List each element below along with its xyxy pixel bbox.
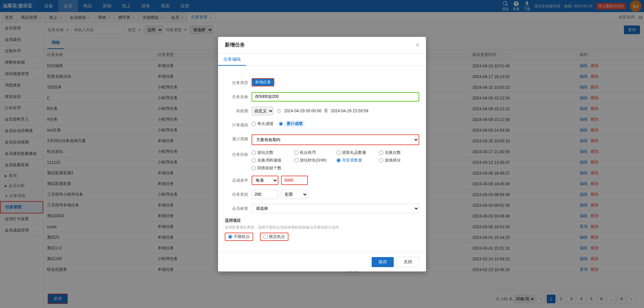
- target-play-times[interactable]: 游玩次数: [252, 150, 292, 156]
- modal-overlay: 新增任务 × 任务编辑 任务类型 本地任务 任务名称 有效期: [0, 0, 644, 308]
- member-tag-label: 会员标签: [225, 204, 252, 213]
- target-grab-gift[interactable]: 抓取礼品数量: [336, 150, 377, 156]
- task-name-content: [252, 92, 419, 102]
- member-tag-select[interactable]: 请选择: [252, 204, 419, 213]
- calc-rule-content: 单次成绩 累计成绩: [252, 120, 419, 127]
- target-store-tickets[interactable]: 存彩票数量: [336, 158, 377, 163]
- task-target-content: 游玩次数 机台耗币 抓取礼品数量 兑换次数 兑换消耗储值: [252, 150, 419, 171]
- new-task-modal: 新增任务 × 任务编辑 任务类型 本地任务 任务名称 有效期: [218, 37, 426, 271]
- member-tag-content: 请选择: [252, 204, 419, 213]
- validity-sep: 至: [324, 108, 328, 114]
- calc-accum-radio[interactable]: [279, 122, 283, 126]
- target-play-duration[interactable]: 游玩时长(分钟): [294, 158, 335, 163]
- modal-close-button[interactable]: 关闭: [396, 257, 419, 267]
- task-target-row: 任务目标 游玩次数 机台耗币 抓取礼品数量 兑换次数: [225, 150, 419, 171]
- reward-value-input[interactable]: [252, 190, 278, 199]
- condition-value-input[interactable]: [281, 176, 308, 185]
- machine-unlimited[interactable]: 不限机台: [225, 233, 253, 241]
- calc-accum-option[interactable]: 累计成绩: [279, 120, 305, 127]
- validity-end: 2024-04-29 23:59:59: [331, 109, 368, 113]
- reward-label: 任务奖励: [225, 190, 252, 199]
- condition-op-select[interactable]: 每满: [252, 176, 278, 185]
- reward-content: 彩票: [252, 190, 419, 199]
- task-name-input[interactable]: [252, 92, 419, 102]
- calc-rule-radios: 单次成绩 累计成绩: [252, 120, 419, 127]
- reward-row: 任务奖励 彩票: [225, 190, 419, 199]
- machine-limited[interactable]: 限定机台: [260, 233, 288, 241]
- reward-type-select[interactable]: 彩票: [281, 190, 308, 199]
- condition-content: 每满: [252, 176, 419, 185]
- modal-header: 新增任务 ×: [218, 37, 426, 54]
- modal-tabs: 任务编辑: [218, 54, 426, 66]
- calc-single-option[interactable]: 单次成绩: [252, 121, 273, 127]
- apply-row: 适用项目 支持彩票项目类型，选择不限机台包括碎票机和收银台存票也统计在内 不限机…: [225, 218, 419, 241]
- machine-radio-group: 不限机台 限定机台: [225, 233, 288, 241]
- task-type-label: 任务类型: [225, 78, 252, 87]
- target-grid: 游玩次数 机台耗币 抓取礼品数量 兑换次数 兑换消耗储值: [252, 150, 419, 171]
- task-type-content: 本地任务: [252, 78, 419, 86]
- modal-save-button[interactable]: 保存: [372, 257, 394, 267]
- target-collect-doll[interactable]: 回收娃娃个数: [252, 165, 292, 171]
- task-type-tag: 本地任务: [252, 78, 274, 86]
- calc-rule-row: 计算规则 单次成绩 累计成绩: [225, 120, 419, 130]
- calc-single-radio[interactable]: [252, 122, 256, 126]
- modal-title: 新增任务: [225, 42, 245, 48]
- condition-label: 达成条件: [225, 176, 252, 185]
- validity-start: 2024-04-29 00:00:00: [284, 109, 321, 113]
- condition-row: 达成条件 每满: [225, 176, 419, 185]
- modal-tab-edit[interactable]: 任务编辑: [218, 54, 246, 66]
- task-name-row: 任务名称: [225, 92, 419, 102]
- accum-period-content: 方案有效期内 每天 每次: [252, 134, 419, 145]
- target-exchange-value[interactable]: 兑换消耗储值: [252, 158, 292, 163]
- task-name-label: 任务名称: [225, 92, 252, 102]
- member-tag-row: 会员标签 请选择: [225, 204, 419, 213]
- target-game-score[interactable]: 游戏得分: [379, 158, 420, 163]
- modal-footer: 保存 关闭: [218, 252, 426, 271]
- task-type-row: 任务类型 本地任务: [225, 78, 419, 87]
- validity-content: 自定义 🕐 2024-04-29 00:00:00 至 2024-04-29 2…: [252, 106, 419, 116]
- modal-close-btn[interactable]: ×: [416, 42, 419, 49]
- calc-rule-label: 计算规则: [225, 120, 252, 130]
- apply-title: 适用项目: [225, 218, 241, 224]
- modal-body: 任务类型 本地任务 任务名称 有效期 自定义 🕐: [218, 71, 426, 252]
- validity-type-select[interactable]: 自定义: [252, 106, 274, 116]
- target-exchange-times[interactable]: 兑换次数: [379, 150, 420, 156]
- accum-period-label: 累计周期: [225, 134, 252, 144]
- accum-period-select[interactable]: 方案有效期内 每天 每次: [252, 134, 419, 145]
- accum-period-row: 累计周期 方案有效期内 每天 每次: [225, 134, 419, 145]
- target-machine-coins[interactable]: 机台耗币: [294, 150, 335, 156]
- task-target-label: 任务目标: [225, 150, 252, 159]
- validity-label: 有效期: [225, 106, 252, 116]
- apply-hint: 支持彩票项目类型，选择不限机台包括碎票机和收银台存票也统计在内: [225, 225, 339, 230]
- validity-row: 有效期 自定义 🕐 2024-04-29 00:00:00 至 2024-04-…: [225, 106, 419, 116]
